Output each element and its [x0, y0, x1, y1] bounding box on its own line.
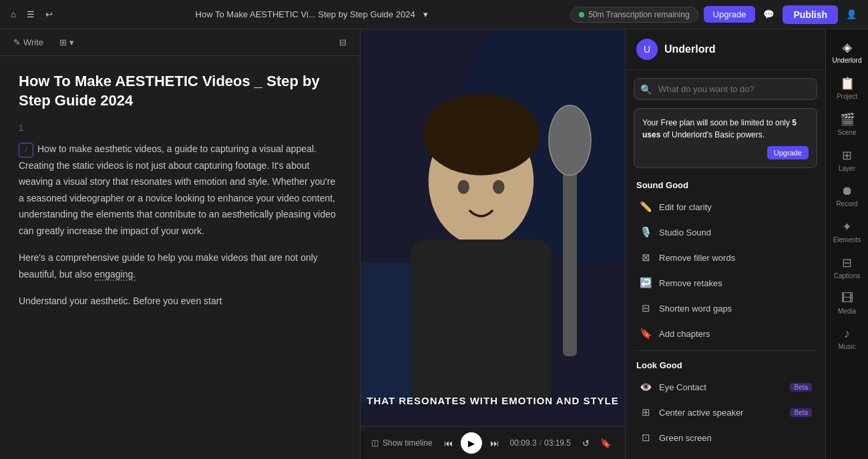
editor-body[interactable]: /How to make aesthetic videos, a guide t…: [19, 141, 341, 310]
tool-edit-for-clarity[interactable]: ✏️ Edit for clarity: [634, 194, 817, 219]
tool-label: Edit for clarity: [659, 202, 712, 212]
publish-button[interactable]: Publish: [783, 5, 838, 24]
elements-icon: ✦: [842, 219, 852, 234]
multicam-icon: ⊠: [639, 456, 652, 459]
editor-toolbar: ✎ Write ⊞ ▾ ⊟: [0, 29, 360, 56]
topbar-left: ⌂ ☰ ↩: [8, 7, 55, 22]
loop-button[interactable]: ↺: [580, 436, 592, 451]
dropdown-icon: ▾: [69, 37, 74, 47]
sidebar-item-scene[interactable]: 🎬 Scene: [826, 107, 868, 141]
project-icon: 📋: [840, 76, 855, 91]
tool-center-active-speaker[interactable]: ⊞ Center active speaker Beta: [634, 400, 817, 425]
video-placeholder: THAT RESONATES WITH EMOTION AND STYLE: [361, 29, 625, 426]
record-icon: ⏺: [841, 184, 853, 198]
write-icon: ✎: [13, 37, 21, 47]
captions-label: Captions: [834, 272, 860, 280]
show-timeline-button[interactable]: ◫ Show timeline: [371, 438, 433, 448]
layout-button[interactable]: ⊞ ▾: [54, 35, 79, 50]
beta-badge: Beta: [790, 383, 812, 392]
topbar: ⌂ ☰ ↩ How To Make AESTHETIC Vi... Step b…: [0, 0, 868, 29]
chapters-icon: 🔖: [639, 327, 652, 340]
avatar-button[interactable]: 👤: [843, 7, 860, 22]
svg-point-4: [549, 105, 591, 175]
paragraph-3: Understand your aesthetic. Before you ev…: [19, 293, 341, 310]
previous-button[interactable]: ⏮: [441, 436, 455, 451]
sidebar-item-captions[interactable]: ⊟ Captions: [826, 250, 868, 285]
write-button[interactable]: ✎ Write: [8, 35, 49, 50]
video-area: THAT RESONATES WITH EMOTION AND STYLE: [361, 29, 625, 426]
tool-label: Center active speaker: [659, 408, 743, 418]
comments-icon: 💬: [763, 9, 775, 19]
play-button[interactable]: ▶: [461, 432, 482, 454]
user-avatar-icon: 👤: [846, 9, 857, 19]
play-icon: ▶: [468, 438, 475, 448]
sidebar-item-elements[interactable]: ✦ Elements: [826, 214, 868, 249]
dotted-word: engaging.: [95, 269, 136, 281]
home-button[interactable]: ⌂: [8, 7, 19, 22]
time-display: 00:09.3 / 03:19.5: [510, 438, 571, 448]
editor-content: How To Make AESTHETIC Videos _ Step by S…: [0, 56, 360, 459]
underlord-title: Underlord: [664, 43, 715, 55]
tool-remove-filler-words[interactable]: ⊠ Remove filler words: [634, 245, 817, 270]
tool-studio-sound[interactable]: 🎙️ Studio Sound: [634, 219, 817, 245]
paragraph-2: Here's a comprehensive guide to help you…: [19, 250, 341, 282]
media-icon: 🎞: [841, 292, 853, 306]
underlord-header: U Underlord: [626, 29, 825, 70]
grid-button[interactable]: ⊟: [334, 35, 352, 50]
bookmark-button[interactable]: 🔖: [598, 436, 614, 451]
next-button[interactable]: ⏭: [487, 436, 501, 451]
tool-automatic-multicam[interactable]: ⊠ Automatic multicam: [634, 450, 817, 459]
timeline-icon: ◫: [371, 438, 379, 448]
layout-icon: ⊞: [59, 37, 67, 47]
title-dropdown-button[interactable]: ▾: [421, 7, 431, 22]
upgrade-banner-text: Your Free plan will soon be limited to o…: [642, 117, 809, 141]
main-layout: ✎ Write ⊞ ▾ ⊟ How To Make AESTHETIC Vide…: [0, 29, 868, 459]
comments-button[interactable]: 💬: [761, 7, 777, 22]
sidebar-item-layer[interactable]: ⊞ Layer: [826, 143, 868, 177]
tool-shorten-word-gaps[interactable]: ⊟ Shorten word gaps: [634, 296, 817, 321]
underlord-bar-label: Underlord: [833, 57, 862, 64]
tool-label: Green screen: [659, 433, 712, 443]
tool-label: Remove retakes: [659, 278, 722, 288]
sidebar-item-media[interactable]: 🎞 Media: [826, 286, 868, 320]
menu-button[interactable]: ☰: [24, 7, 37, 22]
upgrade-banner: Your Free plan will soon be limited to o…: [634, 108, 817, 168]
sidebar-item-project[interactable]: 📋 Project: [826, 71, 868, 105]
elements-label: Elements: [833, 236, 861, 244]
sidebar-item-music[interactable]: ♪ Music: [826, 322, 868, 356]
section-divider: [634, 350, 817, 351]
undo-icon: ↩: [45, 9, 53, 19]
topbar-center: How To Make AESTHETIC Vi... Step by Step…: [61, 7, 565, 22]
tool-green-screen[interactable]: ⊡ Green screen: [634, 425, 817, 450]
speaker-icon: ⊞: [639, 406, 652, 419]
remove-retakes-icon: ↩️: [639, 276, 652, 290]
upgrade-button[interactable]: Upgrade: [704, 6, 756, 23]
project-label: Project: [837, 93, 857, 100]
remove-filler-icon: ⊠: [639, 251, 652, 264]
grid-icon: ⊟: [339, 37, 347, 47]
video-panel: THAT RESONATES WITH EMOTION AND STYLE ◫ …: [361, 29, 625, 459]
skip-back-icon: ⏮: [444, 438, 453, 448]
upgrade-inline-button[interactable]: Upgrade: [767, 146, 809, 159]
chapter-number: 1: [19, 121, 341, 135]
video-subtitle: THAT RESONATES WITH EMOTION AND STYLE: [367, 395, 619, 406]
sidebar-item-record[interactable]: ⏺ Record: [826, 179, 868, 213]
sidebar-item-underlord[interactable]: ◈ Underlord: [826, 35, 868, 69]
edit-icon: ✏️: [639, 200, 652, 213]
underlord-panel: U Underlord 🔍 Your Free plan will soon b…: [625, 29, 825, 459]
undo-button[interactable]: ↩: [43, 7, 55, 22]
chevron-down-icon: ▾: [423, 9, 428, 19]
skip-forward-icon: ⏭: [490, 438, 499, 448]
tool-eye-contact[interactable]: 👁️ Eye Contact Beta: [634, 374, 817, 400]
microphone-icon: 🎙️: [639, 225, 652, 239]
video-controls: ◫ Show timeline ⏮ ▶ ⏭ 00:09.3 / 03:19.5: [361, 426, 625, 459]
controls-right: ↺ 🔖: [580, 436, 614, 451]
tool-label: Studio Sound: [659, 227, 711, 238]
shorten-gaps-icon: ⊟: [639, 302, 652, 315]
svg-rect-6: [411, 240, 552, 403]
underlord-search-input[interactable]: [634, 78, 817, 100]
tool-remove-retakes[interactable]: ↩️ Remove retakes: [634, 270, 817, 296]
tool-add-chapters[interactable]: 🔖 Add chapters: [634, 321, 817, 346]
status-dot: [579, 12, 584, 17]
eye-icon: 👁️: [639, 380, 652, 394]
